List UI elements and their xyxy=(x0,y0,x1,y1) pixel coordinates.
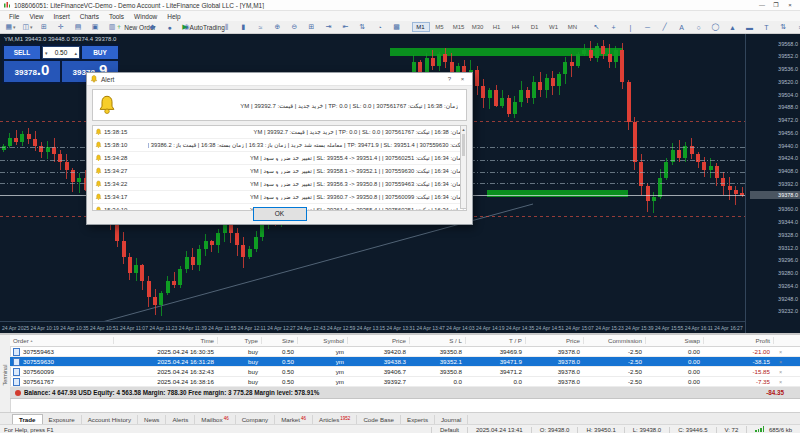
draw-tool-button[interactable]: ⇅ xyxy=(776,21,791,34)
close-position-button[interactable]: × xyxy=(774,349,788,355)
close-button[interactable]: × xyxy=(783,1,797,10)
draw-tool-button[interactable]: T xyxy=(759,21,774,34)
help-button[interactable]: ? xyxy=(443,76,456,82)
sell-button[interactable]: SELL xyxy=(4,46,40,59)
position-row[interactable]: 307560099 2025.04.24 16:32:43 buy 0.50 y… xyxy=(10,367,800,377)
col-price: Price xyxy=(348,337,410,344)
timeframe-button[interactable]: MN xyxy=(564,22,582,32)
draw-tool-button[interactable]: ◯ xyxy=(708,21,723,34)
chart-tool-button[interactable]: ⇤ xyxy=(338,21,353,34)
draw-tool-button[interactable]: ○ xyxy=(691,21,706,34)
draw-tool-button[interactable]: ╱ xyxy=(657,21,672,34)
terminal-tab[interactable]: Experts xyxy=(401,415,435,424)
price-axis[interactable]: 39378.0 39568.039552.039536.039520.03950… xyxy=(745,34,800,333)
toolbar-icon-button[interactable]: ▦▾ xyxy=(3,21,18,34)
draw-tool-button[interactable]: A xyxy=(674,21,689,34)
timeframe-button[interactable]: M15 xyxy=(450,22,468,32)
terminal-tab[interactable]: Company xyxy=(236,415,275,424)
menu-item[interactable]: Charts xyxy=(75,13,104,20)
chart-tool-button[interactable]: ⊕ xyxy=(270,21,285,34)
dialog-close-button[interactable]: × xyxy=(456,76,469,82)
scroll-up-icon[interactable]: ▲ xyxy=(461,126,466,133)
chart-tool-button[interactable]: ⊖ xyxy=(287,21,302,34)
toolbar-icon-button[interactable]: ◆ xyxy=(145,21,160,34)
timeframe-button[interactable]: M30 xyxy=(469,22,487,32)
chart-tool-button[interactable]: ⇥ xyxy=(321,21,336,34)
chart-tool-button[interactable]: ⫼ xyxy=(219,21,234,34)
terminal-tab[interactable]: Code Base xyxy=(357,415,401,424)
chart-tool-button[interactable]: ◔ xyxy=(372,21,387,34)
minimize-button[interactable]: — xyxy=(755,1,769,10)
menu-item[interactable]: File xyxy=(4,13,24,20)
draw-tool-button[interactable]: + xyxy=(606,21,621,34)
autotrading-button[interactable]: ▶AutoTrading xyxy=(196,21,211,34)
maximize-button[interactable]: ❐ xyxy=(769,1,783,10)
close-position-button[interactable]: × xyxy=(774,359,788,365)
volume-value[interactable]: 0.50 xyxy=(50,49,73,56)
alert-list-item[interactable]: 15:34:17 زمان: 16:34 | تیکت: 307560099 |… xyxy=(93,191,466,204)
close-position-button[interactable]: × xyxy=(774,369,788,375)
new-order-button[interactable]: ＋New Order xyxy=(128,21,143,34)
draw-tool-button[interactable]: ↖ xyxy=(589,21,604,34)
price-axis-label: 39360.0 xyxy=(778,206,798,212)
chart-tool-button[interactable]: ⇅ xyxy=(355,21,370,34)
draw-tool-button[interactable]: | xyxy=(623,21,638,34)
menu-item[interactable]: Insert xyxy=(48,13,74,20)
chart-tool-button[interactable]: ⊞ xyxy=(304,21,319,34)
volume-stepper[interactable]: ▾ 0.50 ▴ xyxy=(42,46,80,59)
terminal-tab[interactable]: Mailbox46 xyxy=(195,415,235,424)
terminal-tab[interactable]: Account History xyxy=(82,415,138,424)
terminal-tab[interactable]: Alerts xyxy=(166,415,195,424)
terminal-tab[interactable]: Trade xyxy=(12,414,43,424)
current-price-tag: 39378.0 xyxy=(750,191,800,199)
position-row[interactable]: 307561767 2025.04.24 16:38:16 buy 0.50 y… xyxy=(10,377,800,387)
toolbar-icon-button[interactable]: ⊞ xyxy=(37,21,52,34)
menu-item[interactable]: Tools xyxy=(104,13,129,20)
alert-list-item[interactable]: 15:34:22 زمان: 16:34 | تیکت: 307559463 |… xyxy=(93,178,466,191)
alert-list-scrollbar[interactable]: ▲ xyxy=(460,125,467,209)
toolbar-icon-button[interactable]: ▣ xyxy=(88,21,103,34)
position-row[interactable]: 307559630 2025.04.24 16:31:28 buy 0.50 y… xyxy=(10,357,800,367)
toolbar-icon-button[interactable]: ▤ xyxy=(71,21,86,34)
table-header-row[interactable]: Order ▴ Time Type Size Symbol Price S / … xyxy=(10,335,800,347)
toolbar-icon-button[interactable]: ● xyxy=(162,21,177,34)
toolbar-icon-button[interactable]: ✛ xyxy=(54,21,69,34)
draw-tool-button[interactable]: ─ xyxy=(640,21,655,34)
terminal-tab[interactable]: Journal xyxy=(435,415,468,424)
alert-list-item[interactable]: 15:34:28 زمان: 16:34 | تیکت: 307560251 |… xyxy=(93,152,466,165)
alert-list-item[interactable]: 15:34:27 زمان: 16:34 | تیکت: 307559630 |… xyxy=(93,165,466,178)
alert-dialog-titlebar[interactable]: Alert ? × xyxy=(87,73,472,86)
menu-item[interactable]: View xyxy=(24,13,48,20)
chart-tool-button[interactable]: ▩ xyxy=(389,21,404,34)
timeframe-button[interactable]: M1 xyxy=(412,22,430,32)
buy-button[interactable]: BUY xyxy=(82,46,118,59)
timeframe-button[interactable]: W1 xyxy=(545,22,563,32)
menu-item[interactable]: Window xyxy=(129,13,162,20)
terminal-tab[interactable]: Articles1952 xyxy=(313,415,357,424)
volume-up-icon[interactable]: ▴ xyxy=(72,50,79,56)
draw-tool-button[interactable]: ≡ xyxy=(793,21,800,34)
alert-history-list[interactable]: 15:38:15 زمان: 16:38 | تیکت: 307561767 |… xyxy=(92,125,467,211)
alert-list-item[interactable]: 15:38:15 زمان: 16:38 | تیکت: 307561767 |… xyxy=(93,126,466,139)
timeframe-button[interactable]: H4 xyxy=(507,22,525,32)
toolbar-icon-button[interactable]: ◫▾ xyxy=(20,21,35,34)
draw-tool-button[interactable]: ▲ xyxy=(725,21,740,34)
terminal-tab[interactable]: Exposure xyxy=(43,415,82,424)
time-axis[interactable]: 24 Apr 202524 Apr 10:1924 Apr 10:3524 Ap… xyxy=(0,321,745,333)
timeframe-button[interactable]: D1 xyxy=(526,22,544,32)
menu-item[interactable]: Help xyxy=(162,13,185,20)
chart-tool-button[interactable]: ≈ xyxy=(253,21,268,34)
bid-price[interactable]: 39378.0 xyxy=(4,61,60,82)
terminal-tab[interactable]: Market46 xyxy=(275,415,313,424)
ok-button[interactable]: OK xyxy=(253,207,307,221)
chart-tool-button[interactable]: ▮ xyxy=(236,21,251,34)
position-row[interactable]: 307559463 2025.04.24 16:30:35 buy 0.50 y… xyxy=(10,347,800,357)
timeframe-button[interactable]: H1 xyxy=(488,22,506,32)
app-icon xyxy=(3,1,11,9)
draw-tool-button[interactable]: ▬ xyxy=(742,21,757,34)
close-position-button[interactable]: × xyxy=(774,379,788,385)
timeframe-button[interactable]: M5 xyxy=(431,22,449,32)
alert-list-item[interactable]: 15:38:10 تیکت: 307559630 | TP: 39471.9 |… xyxy=(93,139,466,152)
scrollbar-thumb[interactable] xyxy=(462,134,465,156)
terminal-tab[interactable]: News xyxy=(138,415,166,424)
